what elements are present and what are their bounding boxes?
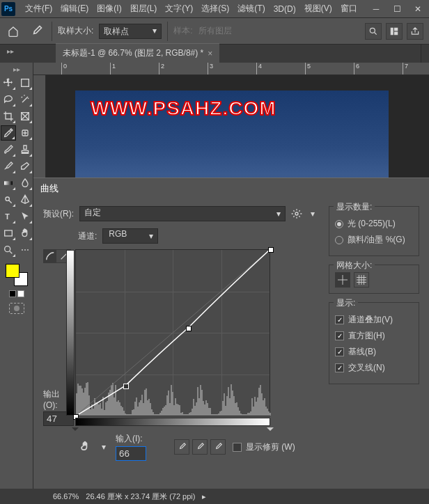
type-tool[interactable]: T [1,209,16,224]
menu-image[interactable]: 图像(I) [93,0,125,17]
svg-point-8 [6,197,9,200]
window-minimize-icon[interactable]: ─ [366,1,386,17]
svg-line-13 [76,250,270,416]
menu-window[interactable]: 窗口 [336,0,361,17]
history-brush-tool[interactable] [1,159,16,174]
eraser-tool[interactable] [17,159,33,174]
baseline-checkbox[interactable]: ✓ [335,347,344,356]
grid-fine-button[interactable] [354,272,369,288]
ruler-tick: 3 [208,63,213,75]
svg-text:T: T [5,212,10,221]
document-tab-title: 未标题-1 @ 66.7% (图层 2, RGB/8#) * [63,47,203,59]
menu-view[interactable]: 视图(V) [300,0,336,17]
input-gradient [75,418,270,426]
crop-tool[interactable] [1,109,16,124]
move-tool[interactable] [1,75,16,90]
frame-tool[interactable] [17,109,33,124]
preset-menu-icon[interactable]: ▾ [308,209,318,219]
pigment-radio[interactable] [335,236,343,244]
preset-select[interactable]: 自定 [79,206,286,221]
black-eyedropper-icon[interactable] [174,439,189,455]
menu-select[interactable]: 选择(S) [197,0,233,17]
gradient-tool[interactable] [1,175,16,191]
dodge-tool[interactable] [1,192,16,207]
magic-wand-tool[interactable] [17,92,33,107]
targeted-adjust-menu[interactable]: ▾ [99,442,109,452]
ruler-tick: 5 [305,63,311,75]
dialog-title: 曲线 [33,178,429,199]
ruler-tick: 2 [159,63,164,75]
histogram-label: 直方图(H) [348,330,385,342]
grid-size-legend: 网格大小: [334,260,375,271]
window-close-icon[interactable]: ✕ [408,1,428,17]
svg-point-11 [4,246,10,252]
curve-point[interactable] [268,247,274,253]
menu-3d[interactable]: 3D(D) [270,1,300,17]
home-icon[interactable] [6,24,21,39]
curve-point-tool[interactable] [44,250,56,262]
menu-file[interactable]: 文件(F) [21,0,56,17]
status-menu-icon[interactable]: ▸ [202,492,206,501]
zoom-tool[interactable] [1,242,16,258]
light-radio[interactable] [335,220,343,228]
color-swatches[interactable] [6,264,28,286]
gray-eyedropper-icon[interactable] [192,439,208,455]
watermark-text: WWW.PSAHZ.COM [91,97,276,120]
hand-tool[interactable] [17,226,33,241]
pen-tool[interactable] [17,192,33,207]
curve-line [76,250,270,416]
histogram-checkbox[interactable]: ✓ [335,331,344,340]
search-icon[interactable] [365,23,382,40]
window-maximize-icon[interactable]: ☐ [387,1,407,17]
curve-point[interactable] [186,326,192,331]
channel-select[interactable]: RGB [102,228,158,244]
intersection-label: 交叉线(N) [348,362,385,374]
grid-coarse-button[interactable] [335,272,350,288]
ruler-tick: 4 [256,63,262,75]
show-clipping-checkbox[interactable] [233,443,242,452]
quick-mask-icon[interactable] [9,303,24,314]
sample-label: 样本: [173,25,192,37]
tool-preset-icon[interactable] [26,22,46,41]
path-select-tool[interactable] [17,209,33,224]
brush-tool[interactable] [1,142,16,157]
artboard-tool[interactable] [17,75,33,90]
panel-expand-icon[interactable]: ▸▸ [7,47,14,55]
channel-label: 通道: [78,230,97,242]
share-icon[interactable] [407,23,423,40]
eyedropper-tool[interactable] [1,125,16,141]
black-point-slider[interactable] [72,427,79,434]
lasso-tool[interactable] [1,92,16,107]
healing-tool[interactable] [17,125,33,141]
tab-close-icon[interactable]: × [208,49,212,58]
svg-point-0 [370,28,375,33]
sample-size-label: 取样大小: [58,25,93,37]
workspace-icon[interactable] [386,23,403,40]
output-gradient [66,250,75,416]
toolbox-collapse-icon[interactable]: ▸▸ [13,65,20,73]
menu-edit[interactable]: 编辑(E) [56,0,93,17]
menu-filter[interactable]: 滤镜(T) [233,0,269,17]
channel-overlay-checkbox[interactable]: ✓ [335,315,344,324]
stamp-tool[interactable] [17,142,33,157]
curve-point-selected[interactable] [123,384,129,389]
menu-type[interactable]: 文字(Y) [161,0,197,17]
document-tab[interactable]: 未标题-1 @ 66.7% (图层 2, RGB/8#) * × [56,43,219,63]
display-amount-legend: 显示数量: [334,201,375,213]
blur-tool[interactable] [17,175,33,191]
sample-size-select[interactable]: 取样点 [99,24,162,39]
targeted-adjust-icon[interactable] [78,440,92,454]
intersection-checkbox[interactable]: ✓ [335,363,344,372]
input-input[interactable] [116,446,146,461]
zoom-level[interactable]: 66.67% [6,492,79,501]
menu-layer[interactable]: 图层(L) [126,0,162,17]
white-eyedropper-icon[interactable] [210,439,226,455]
ps-logo: Ps [1,2,15,16]
default-colors-icon[interactable] [9,290,24,297]
curves-graph[interactable] [75,249,270,416]
white-point-slider[interactable] [267,427,274,434]
gear-icon[interactable] [291,208,302,219]
rectangle-tool[interactable] [1,226,16,241]
edit-toolbar-icon[interactable]: ⋯ [17,242,33,258]
foreground-color[interactable] [6,264,20,278]
